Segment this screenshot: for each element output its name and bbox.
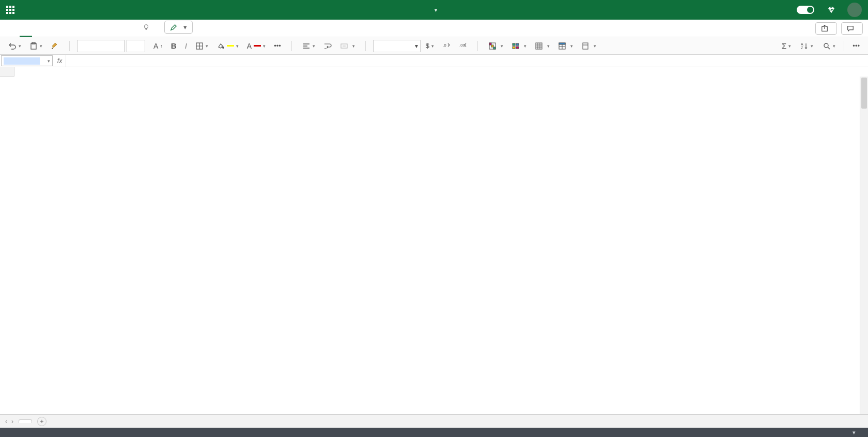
pencil-icon	[170, 24, 177, 31]
svg-rect-19	[491, 45, 493, 47]
chevron-down-icon: ▾	[183, 23, 187, 31]
format-menu-button[interactable]: ▾	[578, 40, 599, 52]
formula-bar-row: ▾ fx	[0, 55, 868, 67]
svg-rect-4	[9, 9, 11, 11]
formula-bar-input[interactable]	[66, 55, 868, 67]
user-avatar[interactable]	[847, 3, 862, 17]
svg-rect-1	[9, 6, 11, 8]
tabs-far-right	[815, 22, 863, 35]
scrollbar-thumb[interactable]	[861, 78, 867, 109]
svg-rect-23	[513, 47, 515, 49]
sheet-nav: ‹ ›	[5, 418, 13, 425]
go-premium-button[interactable]	[828, 6, 838, 13]
svg-rect-22	[516, 43, 519, 46]
fx-icon[interactable]: fx	[54, 55, 66, 67]
status-chevron-icon[interactable]: ▾	[853, 429, 856, 436]
conditional-formatting-button[interactable]: ▾	[485, 40, 506, 52]
svg-rect-10	[31, 43, 36, 49]
spreadsheet-grid[interactable]	[0, 67, 868, 414]
svg-rect-0	[6, 6, 8, 8]
svg-rect-8	[12, 12, 14, 14]
svg-text:Z: Z	[801, 46, 803, 50]
editing-mode-button[interactable]: ▾	[164, 21, 193, 34]
share-icon	[821, 25, 828, 32]
svg-rect-28	[583, 43, 588, 49]
bold-button[interactable]: B	[168, 40, 180, 52]
svg-rect-7	[9, 12, 11, 14]
app-launcher-icon[interactable]	[0, 0, 21, 20]
svg-rect-3	[6, 9, 8, 11]
svg-rect-6	[6, 12, 8, 14]
italic-button[interactable]: I	[182, 40, 190, 52]
tabs-right-cluster: ▾	[131, 21, 193, 37]
borders-button[interactable]: ▾	[192, 40, 211, 52]
svg-rect-21	[513, 43, 515, 46]
tab-review[interactable]	[69, 33, 82, 37]
svg-rect-25	[536, 43, 542, 49]
name-box-input[interactable]	[4, 57, 40, 65]
ribbon-tabs: ▾	[0, 20, 868, 37]
title-bar: ▾	[0, 0, 868, 20]
select-all-corner[interactable]	[0, 67, 14, 77]
number-format-dropdown[interactable]: ▾	[373, 40, 421, 52]
tab-view[interactable]	[82, 33, 94, 37]
tab-formulas[interactable]	[44, 33, 57, 37]
svg-text:.0: .0	[443, 43, 446, 48]
decrease-decimal-button[interactable]: .00	[456, 40, 470, 52]
tab-table-design[interactable]	[106, 33, 119, 37]
comment-icon	[847, 25, 854, 32]
format-painter-button[interactable]	[48, 40, 62, 52]
tab-file[interactable]	[7, 33, 20, 37]
sort-filter-button[interactable]: AZ▾	[797, 40, 816, 52]
add-sheet-button[interactable]: +	[37, 417, 47, 426]
font-name-input[interactable]	[77, 40, 125, 52]
svg-point-31	[824, 43, 828, 48]
sheet-nav-next-icon[interactable]: ›	[11, 418, 13, 425]
styles-button[interactable]: ▾	[508, 40, 530, 52]
svg-point-13	[222, 47, 224, 48]
grow-font-button[interactable]: A↑	[150, 40, 166, 52]
title-bar-right	[797, 3, 868, 17]
sheet-nav-prev-icon[interactable]: ‹	[5, 418, 7, 425]
increase-decimal-button[interactable]: .0	[439, 40, 454, 52]
currency-button[interactable]: $▾	[423, 40, 437, 51]
chevron-down-icon: ▾	[435, 7, 437, 13]
chevron-down-icon[interactable]: ▾	[48, 58, 50, 64]
svg-rect-27	[559, 43, 565, 44]
status-bar: ▾	[0, 428, 868, 437]
tab-insert[interactable]	[32, 33, 44, 37]
align-button[interactable]: ▾	[299, 40, 318, 52]
tab-home[interactable]	[20, 32, 32, 37]
svg-rect-18	[489, 43, 491, 45]
vertical-scrollbar[interactable]	[860, 77, 868, 414]
diamond-icon	[828, 6, 835, 13]
paste-button[interactable]: ▾	[26, 40, 45, 52]
font-color-button[interactable]: A▾	[244, 40, 269, 52]
fill-color-button[interactable]: ▾	[213, 40, 242, 52]
sheet-tab-bar: ‹ › +	[0, 414, 868, 428]
font-size-input[interactable]	[127, 40, 145, 52]
undo-button[interactable]: ▾	[5, 40, 24, 52]
wrap-text-button[interactable]	[320, 40, 335, 52]
tab-data[interactable]	[57, 33, 69, 37]
autosum-button[interactable]: Σ▾	[779, 40, 794, 52]
tab-help[interactable]	[94, 33, 106, 37]
single-line-ribbon-toggle[interactable]	[797, 6, 818, 14]
more-font-options-button[interactable]: •••	[271, 40, 284, 51]
svg-text:A: A	[801, 42, 803, 46]
comments-button[interactable]	[841, 22, 863, 35]
svg-rect-20	[493, 47, 495, 49]
find-button[interactable]: ▾	[819, 40, 839, 52]
sheet-tab-active[interactable]	[19, 419, 32, 423]
name-box[interactable]: ▾	[1, 55, 53, 66]
format-as-table-button[interactable]: ▾	[555, 40, 576, 52]
share-button[interactable]	[815, 22, 837, 35]
ribbon: ▾ ▾ A↑ B I ▾ ▾ A▾ ••• ▾ ▾ ▾ $▾ .0 .00 ▾ …	[0, 37, 868, 55]
tell-me-search[interactable]	[143, 24, 153, 31]
merge-button[interactable]: ▾	[337, 40, 358, 52]
table-button[interactable]: ▾	[532, 40, 553, 52]
more-ribbon-options-button[interactable]: •••	[849, 40, 863, 51]
document-title[interactable]: ▾	[431, 7, 437, 13]
svg-point-9	[145, 24, 148, 28]
svg-rect-24	[516, 47, 519, 49]
